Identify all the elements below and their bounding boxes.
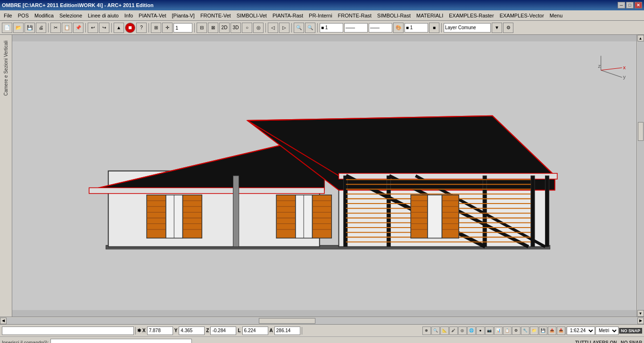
svg-text:z: z bbox=[598, 63, 601, 69]
scroll-track-horizontal[interactable] bbox=[7, 318, 637, 324]
left-panel: Camere e Sezioni Verticali bbox=[0, 35, 12, 317]
menu-fronte-vet[interactable]: FRONTE-Vet bbox=[198, 11, 234, 20]
menu-materiali[interactable]: MATERIALI bbox=[413, 11, 446, 20]
menu-file[interactable]: File bbox=[1, 11, 15, 20]
layer-options[interactable]: ▼ bbox=[492, 23, 502, 33]
status-icon-10[interactable]: 📋 bbox=[503, 327, 512, 335]
svg-rect-47 bbox=[183, 195, 202, 238]
up-arrow-button[interactable]: ▲ bbox=[114, 23, 124, 33]
pan-left[interactable]: ◁ bbox=[268, 23, 278, 33]
status-icon-3[interactable]: 📐 bbox=[440, 327, 449, 335]
extra-button[interactable]: ⚙ bbox=[503, 23, 513, 33]
status-icon-15[interactable]: 📤 bbox=[548, 327, 556, 335]
paste-button[interactable]: 📌 bbox=[73, 23, 83, 33]
menu-examples-vector[interactable]: EXAMPLES-Vector bbox=[497, 11, 547, 20]
status-icon-5[interactable]: ◎ bbox=[458, 327, 467, 335]
menu-info[interactable]: Info bbox=[122, 11, 136, 20]
status-icon-11[interactable]: ⚙ bbox=[512, 327, 520, 335]
menu-selezione[interactable]: Selezione bbox=[57, 11, 85, 20]
zoom-in[interactable]: 🔍 bbox=[305, 23, 315, 33]
scroll-thumb-vertical[interactable] bbox=[638, 122, 644, 141]
command-input[interactable] bbox=[2, 327, 134, 335]
scale-select[interactable]: 1:62.24 bbox=[567, 327, 595, 335]
new-button[interactable]: 📄 bbox=[2, 23, 12, 33]
layer-selector[interactable]: ■ 1 bbox=[320, 23, 343, 33]
scroll-up-button[interactable]: ▲ bbox=[637, 35, 644, 41]
fill-button[interactable]: ■ bbox=[429, 23, 439, 33]
undo-button[interactable]: ↩ bbox=[88, 23, 98, 33]
status-icon-1[interactable]: ⊕ bbox=[422, 327, 431, 335]
svg-rect-17 bbox=[387, 176, 390, 247]
zoom-input[interactable]: 1 bbox=[173, 23, 192, 33]
scroll-down-button[interactable]: ▼ bbox=[637, 310, 644, 317]
status-icon-9[interactable]: 📊 bbox=[494, 327, 503, 335]
menu-fronte-rast[interactable]: FRONTE-Rast bbox=[335, 11, 375, 20]
menu-pos[interactable]: POS bbox=[15, 11, 32, 20]
save-button[interactable]: 💾 bbox=[25, 23, 35, 33]
x-coord-input[interactable] bbox=[147, 327, 173, 335]
restore-button[interactable]: □ bbox=[626, 2, 634, 8]
print-button[interactable]: 🖨 bbox=[36, 23, 46, 33]
menu-modifica[interactable]: Modifica bbox=[32, 11, 57, 20]
minimize-button[interactable]: ─ bbox=[618, 2, 625, 8]
scroll-right-button[interactable]: ▶ bbox=[637, 318, 644, 324]
main-area: Camere e Sezioni Verticali bbox=[0, 35, 644, 317]
view-mode-2[interactable]: ⊠ bbox=[208, 23, 218, 33]
color-picker[interactable]: 🎨 bbox=[393, 23, 404, 33]
separator-4 bbox=[149, 23, 149, 33]
l-coord-input[interactable] bbox=[242, 327, 268, 335]
stop-button[interactable]: ⏹ bbox=[125, 23, 135, 33]
status-icon-12[interactable]: 🔧 bbox=[521, 327, 529, 335]
redo-button[interactable]: ↪ bbox=[99, 23, 109, 33]
status-icon-6[interactable]: 🌐 bbox=[467, 327, 476, 335]
status-sep-3 bbox=[566, 327, 566, 335]
view-mode-4[interactable]: 3D bbox=[231, 23, 241, 33]
status-icon-2[interactable]: 🔍 bbox=[431, 327, 440, 335]
linewidth-selector[interactable]: —— bbox=[369, 23, 392, 33]
menu-pianta-v[interactable]: [Pianta-V] bbox=[169, 11, 198, 20]
y-coord-input[interactable] bbox=[179, 327, 205, 335]
close-button[interactable]: ✕ bbox=[635, 2, 642, 8]
status-icon-16[interactable]: 📥 bbox=[557, 327, 565, 335]
units-select[interactable]: Metri bbox=[595, 327, 619, 335]
view-mode-1[interactable]: ⊟ bbox=[197, 23, 207, 33]
status-icon-4[interactable]: 🖋 bbox=[449, 327, 458, 335]
menu-linee-di-aiuto[interactable]: Linee di aiuto bbox=[85, 11, 121, 20]
view-mode-5[interactable]: ○ bbox=[242, 23, 252, 33]
view-mode-6[interactable]: ◎ bbox=[253, 23, 264, 33]
status-icon-13[interactable]: 📁 bbox=[530, 327, 538, 335]
menu-examples-raster[interactable]: EXAMPLES-Raster bbox=[446, 11, 496, 20]
open-button[interactable]: 📂 bbox=[13, 23, 24, 33]
scroll-thumb-horizontal[interactable] bbox=[259, 318, 315, 324]
view-button[interactable]: ⊞ bbox=[151, 23, 161, 33]
z-coord-input[interactable] bbox=[210, 327, 236, 335]
menu-pianta-rast[interactable]: PIANTA-Rast bbox=[270, 11, 306, 20]
status-sep-1 bbox=[135, 327, 136, 335]
snap-button[interactable]: ✛ bbox=[162, 23, 173, 33]
menu-pr-interni[interactable]: PR-Interni bbox=[306, 11, 335, 20]
scroll-left-button[interactable]: ◀ bbox=[0, 318, 7, 324]
status-icon-7[interactable]: ● bbox=[476, 327, 485, 335]
scroll-track-vertical[interactable] bbox=[637, 41, 644, 310]
menu-simboli-vet[interactable]: SIMBOLI-Vet bbox=[234, 11, 270, 20]
linetype-selector[interactable]: —— bbox=[344, 23, 368, 33]
layer-dropdown[interactable]: Layer Comune bbox=[444, 23, 491, 33]
zoom-out[interactable]: 🔍 bbox=[294, 23, 304, 33]
canvas-area[interactable]: z x y bbox=[12, 35, 636, 317]
menu-menu[interactable]: Menu bbox=[547, 11, 566, 20]
cut-button[interactable]: ✂ bbox=[50, 23, 61, 33]
svg-rect-20 bbox=[545, 176, 549, 247]
view-mode-3[interactable]: 2D bbox=[219, 23, 230, 33]
pan-right[interactable]: ▷ bbox=[279, 23, 289, 33]
copy-button[interactable]: 📋 bbox=[62, 23, 72, 33]
menu-simboli-rast[interactable]: SIMBOLI-Rast bbox=[374, 11, 413, 20]
help-button[interactable]: ? bbox=[136, 23, 147, 33]
status-icon-8[interactable]: 📷 bbox=[485, 327, 494, 335]
color-selector[interactable]: ■ 1 bbox=[405, 23, 428, 33]
status-icon-14[interactable]: 💾 bbox=[539, 327, 547, 335]
menu-pianta-vet[interactable]: PIANTA-Vet bbox=[136, 11, 169, 20]
svg-rect-77 bbox=[428, 195, 442, 238]
a-coord-input[interactable] bbox=[274, 327, 300, 335]
z-label: Z bbox=[206, 328, 209, 333]
command-text-input[interactable] bbox=[50, 339, 192, 343]
